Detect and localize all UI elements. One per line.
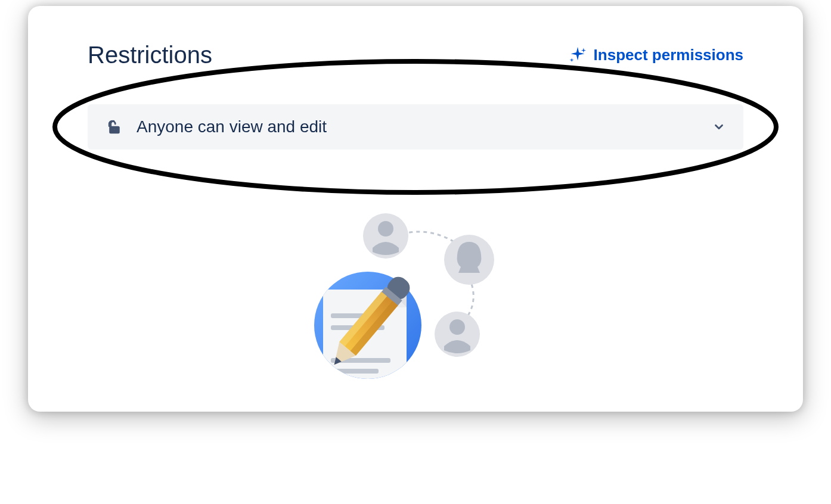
chevron-down-icon [712, 120, 725, 133]
page-title: Restrictions [88, 42, 212, 69]
restrictions-dropdown[interactable]: Anyone can view and edit [88, 104, 743, 150]
header-row: Restrictions Inspect permissions [88, 42, 743, 69]
empty-state-illustration [88, 209, 743, 394]
collaboration-illustration-icon [302, 209, 529, 394]
svg-rect-16 [331, 369, 379, 374]
inspect-permissions-label: Inspect permissions [594, 46, 743, 64]
unlock-icon [106, 118, 123, 136]
sparkle-icon [568, 45, 588, 66]
dropdown-container: Anyone can view and edit [88, 104, 743, 150]
inspect-permissions-link[interactable]: Inspect permissions [568, 45, 743, 66]
restrictions-panel: Restrictions Inspect permissions Anyone … [28, 6, 803, 412]
svg-point-7 [449, 319, 465, 335]
svg-point-4 [378, 221, 393, 237]
svg-point-1 [113, 129, 115, 130]
dropdown-selected-label: Anyone can view and edit [137, 117, 699, 136]
